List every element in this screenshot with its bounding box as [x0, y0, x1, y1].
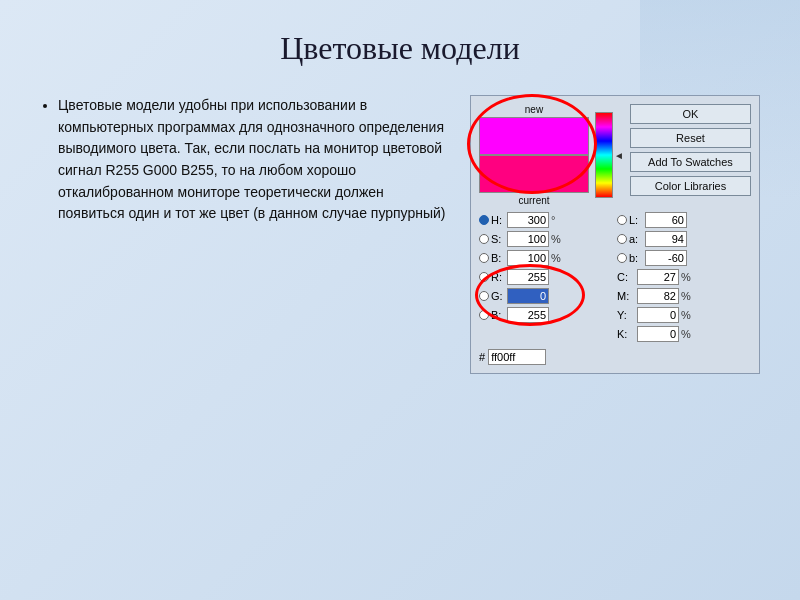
label-g: G: — [479, 290, 507, 302]
unit-h: ° — [551, 214, 565, 226]
fields-wrapper: H: ° S: % — [479, 212, 751, 365]
hash-row: # — [479, 349, 751, 365]
field-row-k: K: % — [617, 326, 751, 342]
field-row-s: S: % — [479, 231, 613, 247]
input-h[interactable] — [507, 212, 549, 228]
hue-spectrum: ◄ — [595, 104, 624, 206]
color-libraries-button[interactable]: Color Libraries — [630, 176, 751, 196]
input-b-blue[interactable] — [507, 307, 549, 323]
label-b-brightness: B: — [479, 252, 507, 264]
field-row-b-lab: b: — [617, 250, 751, 266]
unit-y: % — [681, 309, 695, 321]
label-r: R: — [479, 271, 507, 283]
input-b-brightness[interactable] — [507, 250, 549, 266]
color-picker-panel: new current ◄ OK Reset Add To Swa — [470, 95, 760, 374]
radio-r[interactable] — [479, 272, 489, 282]
radio-h[interactable] — [479, 215, 489, 225]
label-m: M: — [617, 290, 637, 302]
reset-button[interactable]: Reset — [630, 128, 751, 148]
input-y[interactable] — [637, 307, 679, 323]
input-l[interactable] — [645, 212, 687, 228]
field-row-l: L: — [617, 212, 751, 228]
field-row-g: G: — [479, 288, 613, 304]
fields-right: L: a: — [617, 212, 751, 345]
color-preview-area: new current — [479, 104, 589, 206]
spectrum-bar[interactable] — [595, 112, 613, 198]
fields-area: H: ° S: % — [479, 212, 751, 345]
ok-button[interactable]: OK — [630, 104, 751, 124]
field-row-b-brightness: B: % — [479, 250, 613, 266]
label-a: a: — [617, 233, 645, 245]
unit-m: % — [681, 290, 695, 302]
add-to-swatches-button[interactable]: Add To Swatches — [630, 152, 751, 172]
input-g[interactable] — [507, 288, 549, 304]
radio-s[interactable] — [479, 234, 489, 244]
field-row-y: Y: % — [617, 307, 751, 323]
text-block: Цветовые модели удобны при использовании… — [40, 95, 450, 229]
hash-symbol: # — [479, 351, 485, 363]
field-row-b-blue: B: — [479, 307, 613, 323]
radio-b-blue[interactable] — [479, 310, 489, 320]
content-area: Цветовые модели удобны при использовании… — [40, 95, 760, 374]
field-row-r: R: — [479, 269, 613, 285]
input-m[interactable] — [637, 288, 679, 304]
radio-b-lab[interactable] — [617, 253, 627, 263]
label-h: H: — [479, 214, 507, 226]
label-k: K: — [617, 328, 637, 340]
input-c[interactable] — [637, 269, 679, 285]
slide: Цветовые модели Цветовые модели удобны п… — [0, 0, 800, 600]
field-row-a: a: — [617, 231, 751, 247]
unit-k: % — [681, 328, 695, 340]
input-s[interactable] — [507, 231, 549, 247]
hex-input[interactable] — [488, 349, 546, 365]
field-row-m: M: % — [617, 288, 751, 304]
preview-wrapper: new current — [479, 104, 589, 206]
field-row-h: H: ° — [479, 212, 613, 228]
unit-c: % — [681, 271, 695, 283]
radio-l[interactable] — [617, 215, 627, 225]
spectrum-arrow: ◄ — [614, 150, 624, 161]
field-row-c: C: % — [617, 269, 751, 285]
unit-s: % — [551, 233, 565, 245]
label-l: L: — [617, 214, 645, 226]
input-r[interactable] — [507, 269, 549, 285]
preview-new-color[interactable] — [479, 117, 589, 155]
radio-a[interactable] — [617, 234, 627, 244]
input-k[interactable] — [637, 326, 679, 342]
label-y: Y: — [617, 309, 637, 321]
label-b-lab: b: — [617, 252, 645, 264]
label-c: C: — [617, 271, 637, 283]
unit-b-brightness: % — [551, 252, 565, 264]
label-b-blue: B: — [479, 309, 507, 321]
body-text: Цветовые модели удобны при использовании… — [58, 95, 450, 225]
preview-current-color[interactable] — [479, 155, 589, 193]
input-b-lab[interactable] — [645, 250, 687, 266]
input-a[interactable] — [645, 231, 687, 247]
picker-buttons: OK Reset Add To Swatches Color Libraries — [630, 104, 751, 206]
picker-top: new current ◄ OK Reset Add To Swa — [479, 104, 751, 206]
label-new: new — [479, 104, 589, 115]
fields-left: H: ° S: % — [479, 212, 613, 345]
label-current: current — [479, 195, 589, 206]
radio-b-brightness[interactable] — [479, 253, 489, 263]
label-s: S: — [479, 233, 507, 245]
radio-g[interactable] — [479, 291, 489, 301]
